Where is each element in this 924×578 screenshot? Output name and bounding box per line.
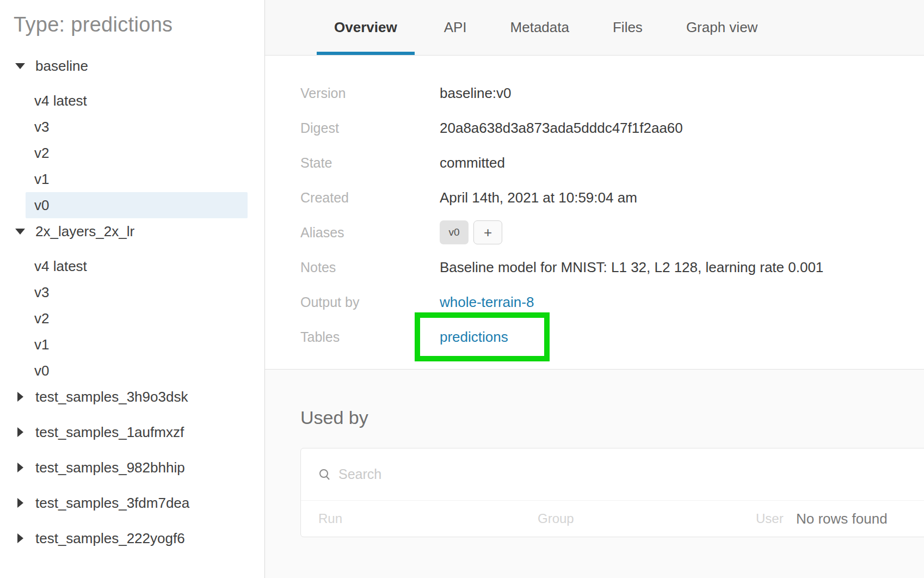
- created-value: April 14th, 2021 at 10:59:04 am: [440, 189, 637, 206]
- tab-overview[interactable]: Overview: [317, 0, 415, 55]
- field-row-notes: Notes Baseline model for MNIST: L1 32, L…: [300, 250, 924, 285]
- caret-down-icon[interactable]: [15, 229, 26, 235]
- state-value: committed: [440, 155, 505, 171]
- column-header-run: Run: [318, 511, 538, 526]
- tree-group-label: baseline: [35, 58, 88, 75]
- caret-right-icon[interactable]: [15, 427, 26, 437]
- digest-value: 20a8a638d3a873ada5dddc47f1f2aa60: [440, 120, 683, 137]
- tab-content: Version baseline:v0 Digest 20a8a638d3a87…: [265, 56, 924, 578]
- tables-predictions-link[interactable]: predictions: [440, 329, 508, 346]
- tree-group-test-samples-3h9o3dsk[interactable]: test_samples_3h9o3dsk: [14, 384, 264, 410]
- version-value: baseline:v0: [440, 85, 512, 102]
- used-by-table-card: Run Group User No rows found: [300, 448, 924, 537]
- tree-group-label: test_samples_1aufmxzf: [35, 424, 184, 441]
- tab-bar: Overview API Metadata Files Graph view: [265, 0, 924, 56]
- artifact-browser-window: Type: predictions baseline v4 latest v3 …: [0, 0, 924, 578]
- column-header-user: User: [756, 511, 784, 526]
- version-item-v0-selected[interactable]: v0: [26, 192, 248, 218]
- version-item-v3[interactable]: v3: [26, 279, 248, 305]
- caret-right-icon[interactable]: [15, 392, 26, 402]
- tree-group-test-samples-1aufmxzf[interactable]: test_samples_1aufmxzf: [14, 419, 264, 445]
- tree-group-test-samples-222yogf6[interactable]: test_samples_222yogf6: [14, 525, 264, 551]
- search-row: [301, 448, 924, 501]
- version-item-v1[interactable]: v1: [26, 166, 248, 192]
- field-row-created: Created April 14th, 2021 at 10:59:04 am: [300, 180, 924, 215]
- artifact-sidebar: Type: predictions baseline v4 latest v3 …: [0, 0, 265, 578]
- field-row-version: Version baseline:v0: [300, 76, 924, 110]
- tree-group-label: test_samples_222yogf6: [35, 530, 185, 547]
- tree-group-label: test_samples_982bhhip: [35, 459, 185, 476]
- tab-graph-view[interactable]: Graph view: [672, 0, 772, 55]
- sidebar-title: Type: predictions: [14, 13, 264, 36]
- field-label: Output by: [300, 294, 440, 310]
- field-label: Notes: [300, 260, 440, 275]
- empty-state-text: No rows found: [796, 501, 888, 537]
- version-list-baseline: v4 latest v3 v2 v1 v0: [14, 88, 264, 218]
- tab-api[interactable]: API: [430, 0, 481, 55]
- used-by-section: Used by Run Group User No rows found: [265, 370, 924, 537]
- version-item-v4[interactable]: v4 latest: [26, 88, 248, 114]
- tree-group-label: test_samples_3h9o3dsk: [35, 389, 188, 405]
- used-by-heading: Used by: [300, 407, 924, 428]
- tree-group-label: 2x_layers_2x_lr: [35, 223, 134, 240]
- overview-panel: Version baseline:v0 Digest 20a8a638d3a87…: [265, 56, 924, 370]
- version-item-v2[interactable]: v2: [26, 305, 248, 331]
- tree-group-test-samples-982bhhip[interactable]: test_samples_982bhhip: [14, 454, 264, 481]
- field-row-tables: Tables predictions: [300, 319, 924, 354]
- field-label: Version: [300, 85, 440, 101]
- caret-right-icon[interactable]: [15, 498, 26, 508]
- tree-group-2x-layers-2x-lr[interactable]: 2x_layers_2x_lr: [14, 218, 264, 244]
- field-label: Created: [300, 190, 440, 206]
- column-header-group: Group: [538, 511, 756, 526]
- version-item-v0[interactable]: v0: [26, 358, 248, 384]
- version-item-v2[interactable]: v2: [26, 140, 248, 166]
- field-label: Digest: [300, 120, 440, 136]
- field-row-output-by: Output by whole-terrain-8: [300, 285, 924, 319]
- version-list-2x-layers: v4 latest v3 v2 v1 v0: [14, 253, 264, 384]
- tree-group-baseline[interactable]: baseline: [14, 53, 264, 79]
- field-row-state: State committed: [300, 145, 924, 180]
- tree-group-label: test_samples_3fdm7dea: [35, 495, 189, 512]
- caret-right-icon[interactable]: [15, 533, 26, 543]
- output-by-run-link[interactable]: whole-terrain-8: [440, 294, 534, 311]
- caret-right-icon[interactable]: [15, 463, 26, 472]
- add-alias-button[interactable]: +: [473, 220, 502, 244]
- field-row-digest: Digest 20a8a638d3a873ada5dddc47f1f2aa60: [300, 110, 924, 145]
- tab-files[interactable]: Files: [599, 0, 657, 55]
- field-label: State: [300, 155, 440, 171]
- field-row-aliases: Aliases v0 +: [300, 215, 924, 250]
- search-icon: [318, 468, 331, 481]
- tree-group-test-samples-3fdm7dea[interactable]: test_samples_3fdm7dea: [14, 490, 264, 516]
- field-label: Aliases: [300, 225, 440, 241]
- notes-value: Baseline model for MNIST: L1 32, L2 128,…: [440, 259, 823, 276]
- artifact-tree: baseline v4 latest v3 v2 v1 v0 2x_layers…: [14, 53, 264, 551]
- used-by-search-input[interactable]: [338, 466, 567, 482]
- caret-down-icon[interactable]: [15, 63, 26, 69]
- version-item-v4[interactable]: v4 latest: [26, 253, 248, 279]
- used-by-table-header: Run Group User No rows found: [301, 501, 924, 537]
- version-item-v1[interactable]: v1: [26, 331, 248, 358]
- version-item-v3[interactable]: v3: [26, 114, 248, 140]
- artifact-main-panel: Overview API Metadata Files Graph view V…: [265, 0, 924, 578]
- field-label: Tables: [300, 329, 440, 345]
- tab-metadata[interactable]: Metadata: [496, 0, 583, 55]
- alias-chip-v0[interactable]: v0: [440, 220, 469, 244]
